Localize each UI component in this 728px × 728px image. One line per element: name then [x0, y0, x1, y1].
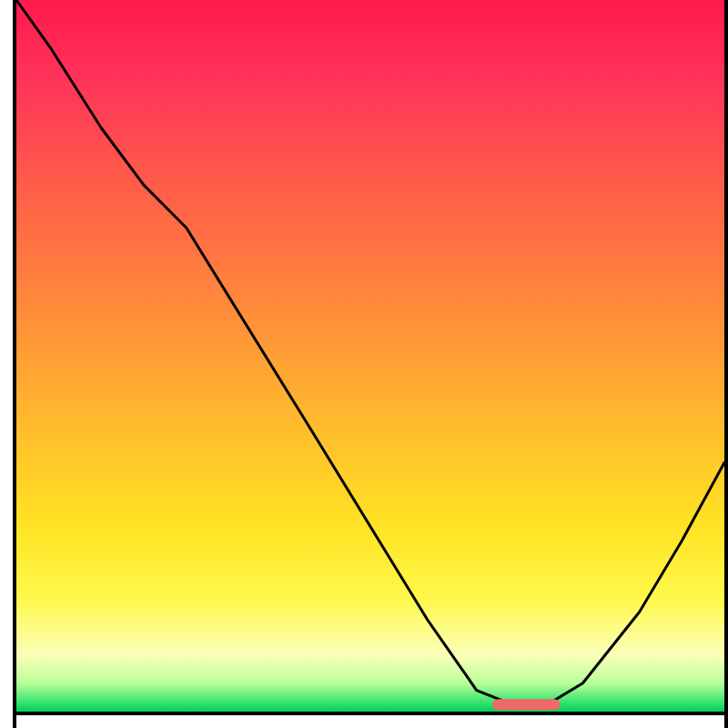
- bottleneck-curve-path: [16, 0, 724, 704]
- curve-svg: [16, 0, 724, 712]
- right-axis-line: [724, 0, 728, 728]
- plot-area: [16, 0, 724, 712]
- chart-stage: TheBottleneck.com: [0, 0, 728, 728]
- x-axis-line: [13, 712, 728, 715]
